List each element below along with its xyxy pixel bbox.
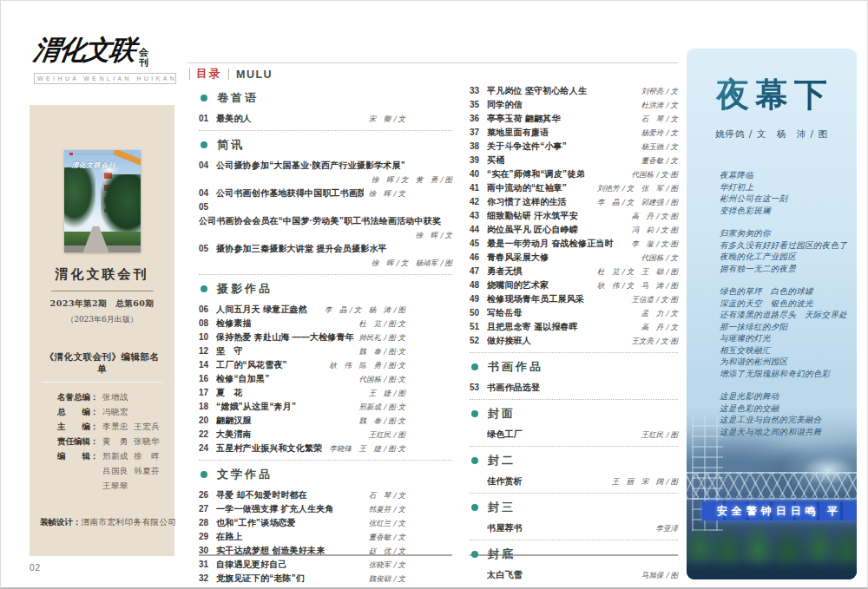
- toc-entry: 38 关于斗争这件“小事” 杨玉驰 / 文: [470, 140, 678, 154]
- toc-entry-page: 33: [470, 84, 487, 98]
- poem-line: 这是天与地之间的和谐共舞: [720, 426, 857, 438]
- toc-entry-title: 坚 守: [216, 344, 243, 358]
- toc-entry-page: 22: [199, 428, 216, 442]
- toc-entry-credit: 刘艳芳 / 文 张 军 / 图: [592, 181, 678, 195]
- toc-entry-title: 最是一年劳动月 奋战检修正当时: [487, 237, 614, 251]
- board-names: 李景忠 王宏兵: [102, 419, 160, 434]
- board-row: 总 编： 冯晓宏: [57, 404, 162, 419]
- section-divider: [199, 274, 452, 275]
- toc-section-items: 26 寻爱 却不知爱时时都在 石 琴 / 文 27 一学一做强支撑 扩充人生夹角…: [199, 488, 452, 586]
- toc-entry: 14 工厂的“风花雪夜” 耿 伟 陈 勇 / 图·文: [199, 358, 452, 372]
- toc-entry-page: 45: [470, 237, 487, 251]
- toc-entry-title: 青春风采展大修: [487, 251, 549, 265]
- toc-entry-title: 检修现场青年员工展风采: [487, 292, 584, 306]
- toc-entry-credit: 李 晶 / 文 郭建强 / 图: [592, 195, 678, 209]
- bullet-icon: [201, 141, 207, 148]
- toc-entry-credit: 杨玉驰 / 文: [636, 140, 678, 154]
- bullet-icon: [471, 551, 478, 558]
- toc-entry-page: 51: [470, 320, 487, 334]
- toc-entry-page: 38: [470, 140, 487, 154]
- toc-section: 简讯 04 公司摄协参加“大国基业·陕西产行业摄影学术展” 徐 晖 / 文 黄 …: [199, 137, 452, 275]
- toc-entry-page: 14: [199, 358, 216, 372]
- bullet-icon: [471, 410, 478, 417]
- toc-entry-credit: 邢新成 / 图·文: [354, 400, 405, 414]
- toc-entry-page: 24: [199, 442, 216, 455]
- toc-entry-title: 做好接班人: [487, 334, 531, 348]
- toc-section-items: 33 平凡岗位 坚守初心给人生 刘帮亮 / 文 35 同学的信 杜洪涛 / 文 …: [470, 84, 678, 348]
- toc-entry: 37 菜地里面有廉语 杨爱玲 / 文: [470, 126, 678, 140]
- toc-entry-credit: 李 晶 / 文 杨 涛 / 图: [319, 303, 405, 317]
- board-row: 王翠翠: [57, 478, 162, 493]
- toc-entry-title: 夏 花: [216, 386, 243, 400]
- toc-section-title: 简讯: [217, 137, 245, 153]
- toc-entry-title: 自律遇见更好自己: [216, 558, 287, 572]
- design-credit: 装帧设计： 渭南市宏利印务有限公司: [40, 517, 177, 528]
- toc-entry-credit: 王红民 / 图: [636, 428, 678, 442]
- board-role: 编 辑：: [57, 448, 102, 463]
- toc-entry-title: 烧嘴间的艺术家: [487, 278, 549, 292]
- toc-section: 封三 书屋荐书 李亚泽: [470, 500, 678, 540]
- toc-entry: 42 你习惯了这样的生活 李 晶 / 文 郭建强 / 图: [470, 195, 678, 209]
- toc-entry: 49 检修现场青年员工展风采 王信道 / 文·图: [470, 292, 678, 306]
- board-names: 邢新成 徐 晖: [102, 448, 160, 463]
- cover-left-trees: [64, 167, 95, 235]
- toc-header-cn: 目录: [196, 67, 221, 82]
- toc-entry-page: 31: [199, 558, 216, 572]
- section-divider: [470, 352, 678, 353]
- section-divider: [470, 446, 678, 447]
- toc-entry-title: 佳作赏析: [487, 474, 523, 488]
- toc-entry-credit: 耿 伟 陈 勇 / 图·文: [325, 358, 405, 372]
- toc-entry: 17 夏 花 王 婕 / 图: [199, 386, 452, 400]
- toc-section-items: 01 最美的人 宋 卿 / 文: [199, 112, 452, 126]
- bullet-icon: [201, 471, 207, 478]
- toc-entry-page: 04: [199, 159, 216, 173]
- toc-entry-credit: 王文亮 / 文·图: [627, 334, 678, 348]
- poem-line: 那一抹绯红的夕阳: [720, 321, 857, 333]
- design-credit-label: 装帧设计：: [40, 517, 82, 528]
- toc-entry-page: 36: [470, 112, 487, 126]
- board-role: 责任编辑：: [57, 434, 102, 448]
- toc-section: 文学作品 26 寻爱 却不知爱时时都在 石 琴 / 文 27 一学一做强支撑 扩…: [199, 467, 452, 586]
- photo-ground: [687, 559, 857, 579]
- toc-entry-title: 绿色工厂: [487, 428, 523, 442]
- editorial-board-title: 《渭化文联会刊》编辑部名单: [42, 351, 162, 383]
- board-role: 名誉总编：: [57, 389, 102, 404]
- toc-entry-page: 27: [199, 502, 216, 516]
- poem-line: 绿色的草坪 白色的球罐: [720, 285, 857, 298]
- toc-entry: 08 检修素描 杜 苋 / 图·文: [199, 317, 452, 330]
- toc-section: 封面 绿色工厂 王红民 / 图: [470, 406, 678, 447]
- toc-entry-page: 44: [470, 223, 487, 237]
- toc-entry-credit: 董香敏 / 文: [364, 530, 405, 544]
- toc-entry-credit: 石 琴 / 文: [636, 112, 678, 126]
- toc-entry: 52 做好接班人 王文亮 / 文·图: [470, 334, 678, 348]
- toc-entry-page: 43: [470, 209, 487, 223]
- toc-entry: 33 平凡岗位 坚守初心给人生 刘帮亮 / 文: [470, 84, 678, 98]
- toc-entry-title: 你习惯了这样的生活: [487, 195, 567, 209]
- toc-entry: 35 同学的信 杜洪涛 / 文: [470, 98, 678, 112]
- toc-entry: 30 实干达成梦想 创造美好未来 赵 优 / 文: [199, 544, 452, 558]
- poem-line: 夜晚的化工产业园区: [720, 251, 857, 263]
- toc-entry-page: 50: [470, 306, 487, 320]
- toc-entry-page: 04: [199, 187, 216, 200]
- toc-section-title: 封三: [488, 500, 516, 515]
- toc-entry: 绿色工厂 王红民 / 图: [470, 428, 678, 442]
- toc-entry: 01 最美的人 宋 卿 / 文: [199, 112, 452, 126]
- toc-entry-credit: 徐 晖 / 文 杨靖军 / 图: [199, 256, 452, 270]
- feature-title: 夜幕下: [687, 73, 857, 117]
- toc-entry: 29 在路上 董香敏 / 文: [199, 530, 452, 544]
- toc-entry-credit: 魏 泰 / 图·文: [354, 414, 405, 428]
- brand-logo-subtitle: 会刊: [139, 48, 150, 69]
- board-row: 编 辑： 邢新成 徐 晖: [57, 448, 162, 463]
- toc-entry-credit: 王信道 / 文·图: [627, 292, 678, 306]
- toc-entry-title: 公司书画创作基地获得中国职工书画院最美创作基地称号: [216, 187, 364, 200]
- toc-section-header: 封面: [471, 406, 678, 422]
- board-names: 吕国良 韩夏芬: [102, 463, 160, 478]
- toc-entry: 05 公司书画协会会员在“中国梦·劳动美”职工书法绘画活动中获奖 徐 晖 / 文: [199, 200, 452, 242]
- toc-entry-title: 书屋荐书: [487, 521, 523, 535]
- toc-entry: 44 岗位虽平凡 匠心自峥嵘 冯 莉 / 文·图: [470, 223, 678, 237]
- toc-entry-title: 检修“自加黑”: [216, 372, 269, 386]
- poem-line: 为和谐的彬州园区: [720, 356, 857, 368]
- toc-section-header: 封底: [471, 546, 678, 562]
- toc-entry-title: 公司摄协参加“大国基业·陕西产行业摄影学术展”: [216, 159, 405, 173]
- board-row: 吕国良 韩夏芬: [57, 463, 162, 478]
